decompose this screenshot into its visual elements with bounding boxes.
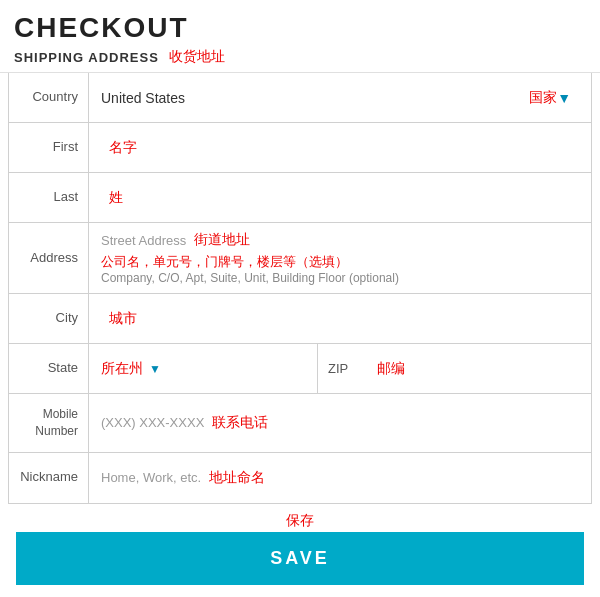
address-line1: Street Address 街道地址 (101, 231, 579, 249)
last-name-row: Last 姓 (9, 173, 591, 223)
last-name-field[interactable]: 姓 (89, 173, 591, 222)
mobile-cn: 联系电话 (212, 414, 268, 432)
nickname-placeholder: Home, Work, etc. (101, 470, 201, 485)
address-row: Address Street Address 街道地址 公司名，单元号，门牌号，… (9, 223, 591, 294)
nickname-field[interactable]: Home, Work, etc. 地址命名 (89, 453, 591, 503)
state-zip-section: 所在州 ▼ ZIP 邮编 (89, 344, 591, 393)
country-dropdown-icon[interactable]: ▼ (557, 90, 579, 106)
city-row: City 城市 (9, 294, 591, 344)
first-name-row: First 名字 (9, 123, 591, 173)
last-name-cn: 姓 (109, 189, 123, 207)
state-zip-row: State 所在州 ▼ ZIP 邮编 (9, 344, 591, 394)
state-cn: 所在州 (101, 360, 143, 378)
nickname-label: Nickname (9, 453, 89, 503)
shipping-address-label-cn: 收货地址 (169, 48, 225, 66)
city-label: City (9, 294, 89, 343)
zip-cn: 邮编 (377, 360, 405, 378)
address-line2-en: Company, C/O, Apt, Suite, Unit, Building… (101, 271, 579, 285)
mobile-placeholder: (XXX) XXX-XXXX (101, 415, 204, 430)
page-wrapper: CHECKOUT SHIPPING ADDRESS 收货地址 Country U… (0, 0, 600, 585)
last-name-label: Last (9, 173, 89, 222)
zip-field[interactable]: 邮编 (367, 344, 591, 393)
first-name-label: First (9, 123, 89, 172)
city-cn: 城市 (109, 310, 137, 328)
shipping-address-label: SHIPPING ADDRESS (14, 50, 159, 65)
country-cn-label: 国家 (529, 89, 557, 107)
country-label: Country (9, 73, 89, 122)
form-section: Country United States 国家 ▼ First 名字 Last… (8, 73, 592, 504)
state-field[interactable]: 所在州 ▼ (89, 344, 317, 393)
state-dropdown-icon[interactable]: ▼ (149, 362, 161, 376)
address-label: Address (9, 223, 89, 293)
country-row: Country United States 国家 ▼ (9, 73, 591, 123)
nickname-row: Nickname Home, Work, etc. 地址命名 (9, 453, 591, 503)
mobile-row: Mobile Number (XXX) XXX-XXXX 联系电话 (9, 394, 591, 453)
address-placeholder-cn: 街道地址 (194, 231, 250, 249)
header: CHECKOUT SHIPPING ADDRESS 收货地址 (0, 0, 600, 73)
address-line2-cn: 公司名，单元号，门牌号，楼层等（选填） (101, 253, 579, 271)
first-name-cn: 名字 (109, 139, 137, 157)
state-label: State (9, 344, 89, 393)
mobile-field[interactable]: (XXX) XXX-XXXX 联系电话 (89, 394, 591, 452)
city-field[interactable]: 城市 (89, 294, 591, 343)
zip-label: ZIP (317, 344, 367, 393)
shipping-address-row: SHIPPING ADDRESS 收货地址 (14, 48, 586, 66)
save-button[interactable]: SAVE (16, 532, 584, 585)
save-area: 保存 SAVE (0, 504, 600, 585)
address-field[interactable]: Street Address 街道地址 公司名，单元号，门牌号，楼层等（选填） … (89, 223, 591, 293)
save-cn-label: 保存 (8, 512, 592, 530)
country-value: United States (101, 90, 521, 106)
nickname-cn: 地址命名 (209, 469, 265, 487)
first-name-field[interactable]: 名字 (89, 123, 591, 172)
country-field[interactable]: United States 国家 ▼ (89, 73, 591, 122)
checkout-title: CHECKOUT (14, 12, 586, 44)
mobile-label: Mobile Number (9, 394, 89, 452)
address-placeholder: Street Address (101, 233, 186, 248)
